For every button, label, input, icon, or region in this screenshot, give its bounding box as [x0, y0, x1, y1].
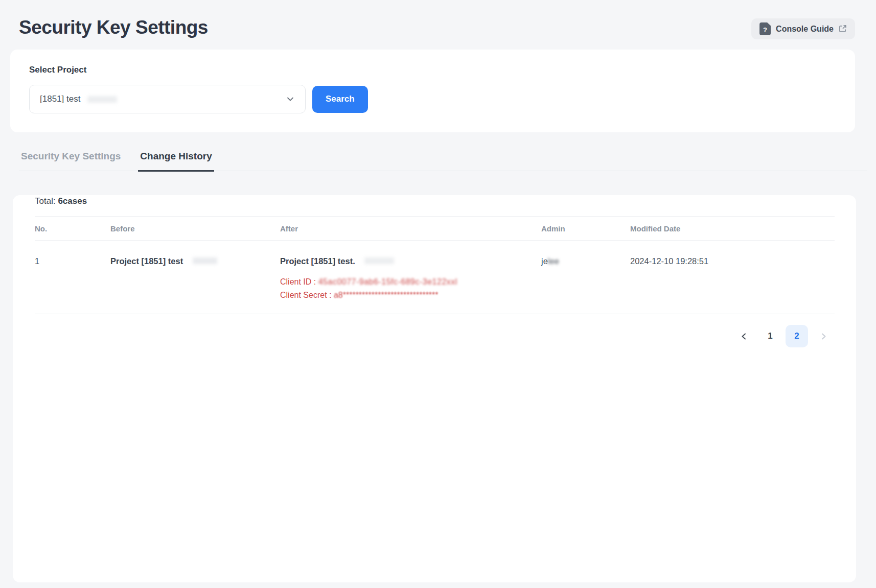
question-document-icon: ?	[759, 22, 771, 35]
client-secret-mask: ******************************	[343, 291, 439, 299]
redacted-before-suffix	[193, 257, 217, 264]
before-project-name: Project [1851] test	[110, 256, 183, 266]
console-guide-label: Console Guide	[776, 25, 834, 34]
admin-name-prefix: je	[541, 256, 548, 266]
redacted-project-suffix	[87, 96, 117, 103]
filter-controls: [1851] test Search	[29, 85, 836, 113]
admin-name-redacted: lee	[548, 256, 559, 266]
column-header-before: Before	[110, 224, 280, 233]
pagination: 1 2	[35, 325, 835, 347]
search-button[interactable]: Search	[312, 86, 368, 113]
select-project-label: Select Project	[29, 65, 836, 75]
top-header: Security Key Settings ? Console Guide	[0, 0, 876, 38]
security-key-settings-page: Security Key Settings ? Console Guide Se…	[0, 0, 876, 588]
tab-change-history[interactable]: Change History	[138, 145, 214, 172]
column-header-admin: Admin	[541, 224, 630, 233]
after-project-name: Project [1851] test.	[280, 255, 541, 267]
total-count: Total: 6cases	[35, 195, 835, 207]
redacted-after-suffix	[364, 257, 394, 264]
client-secret-line: Client Secret : a8**********************…	[280, 290, 541, 301]
project-select-value: [1851] test	[40, 94, 80, 104]
column-header-no: No.	[35, 224, 110, 233]
chevron-left-icon	[740, 332, 748, 341]
cell-no: 1	[35, 255, 110, 301]
total-value: 6cases	[58, 196, 87, 206]
cell-modified-date: 2024-12-10 19:28:51	[630, 255, 835, 301]
table-row: 1 Project [1851] test Project [1851] tes…	[35, 241, 835, 314]
cell-admin: jelee	[541, 255, 630, 301]
column-header-modified-date: Modified Date	[630, 224, 835, 233]
pagination-page-1[interactable]: 1	[759, 325, 781, 347]
project-select[interactable]: [1851] test	[29, 85, 306, 113]
pagination-prev-button[interactable]	[732, 325, 755, 347]
client-secret-prefix: a8	[334, 291, 343, 299]
chevron-down-icon	[286, 95, 295, 104]
tab-security-key-settings[interactable]: Security Key Settings	[19, 145, 123, 171]
cell-before: Project [1851] test	[110, 255, 280, 301]
tab-bar: Security Key Settings Change History	[19, 145, 867, 171]
chevron-right-icon	[819, 332, 828, 341]
client-id-value-redacted: 45ac0077-9ab6-15fc-689c-3e122xxl	[318, 277, 457, 286]
total-prefix: Total:	[35, 196, 56, 206]
table-header-row: No. Before After Admin Modified Date	[35, 216, 835, 241]
client-id-line: Client ID : 45ac0077-9ab6-15fc-689c-3e12…	[280, 276, 541, 288]
column-header-after: After	[280, 224, 541, 233]
client-secret-label: Client Secret :	[280, 291, 334, 299]
client-id-label: Client ID :	[280, 277, 318, 286]
console-guide-button[interactable]: ? Console Guide	[751, 18, 855, 39]
cell-after: Project [1851] test. Client ID : 45ac007…	[280, 255, 541, 301]
change-history-card: Total: 6cases No. Before After Admin Mod…	[13, 195, 856, 582]
pagination-next-button[interactable]	[812, 325, 835, 347]
external-link-icon	[839, 25, 847, 33]
pagination-page-2[interactable]: 2	[786, 325, 808, 347]
project-filter-card: Select Project [1851] test Search	[10, 50, 855, 132]
page-title: Security Key Settings	[19, 17, 208, 38]
